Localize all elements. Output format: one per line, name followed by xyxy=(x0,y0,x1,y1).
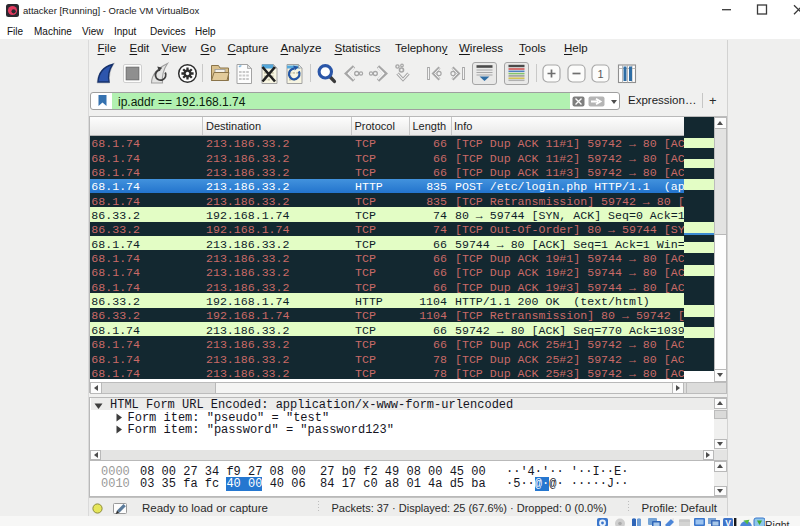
svg-text:V: V xyxy=(725,518,731,526)
svg-text:1: 1 xyxy=(597,67,603,79)
